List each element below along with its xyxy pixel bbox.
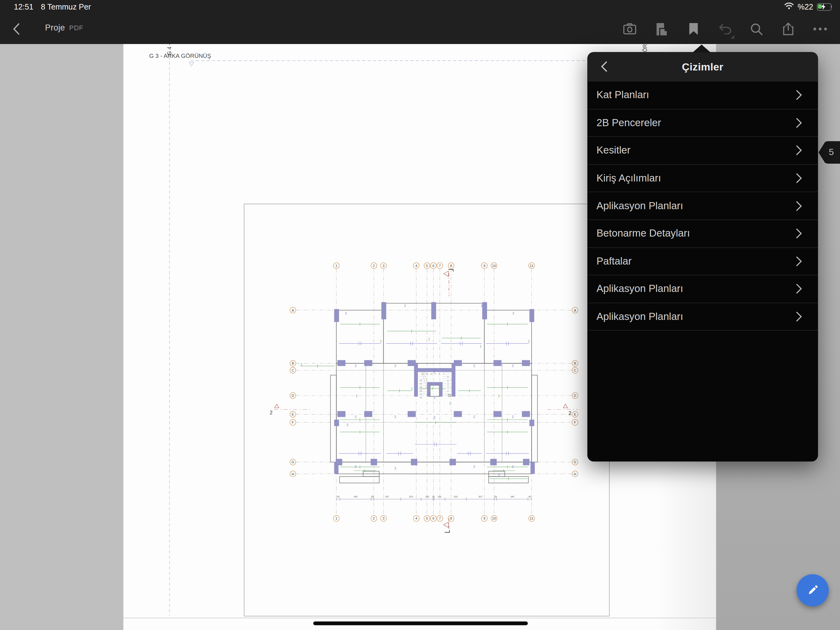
svg-text:2: 2 <box>481 304 483 308</box>
camera-button[interactable] <box>614 16 646 43</box>
pencil-icon <box>805 583 820 598</box>
svg-text:2: 2 <box>434 416 435 419</box>
search-button[interactable] <box>741 16 772 43</box>
svg-text:10: 10 <box>432 495 435 498</box>
drawings-panel: Çizimler Kat Planları2B PencerelerKesitl… <box>587 52 818 461</box>
svg-text:6: 6 <box>432 516 434 520</box>
svg-text:2: 2 <box>395 467 396 470</box>
svg-text:1: 1 <box>411 387 413 390</box>
svg-text:1: 1 <box>335 264 337 268</box>
svg-text:11: 11 <box>530 516 534 520</box>
svg-text:2: 2 <box>395 364 396 367</box>
svg-text:A: A <box>574 309 576 312</box>
panel-item-label: Betonarme Detayları <box>597 228 690 239</box>
panel-item[interactable]: 2B Pencereler <box>587 109 818 137</box>
panel-item-label: Aplikasyon Planları <box>597 283 683 295</box>
svg-text:7: 7 <box>439 516 441 520</box>
wifi-icon <box>784 2 794 11</box>
svg-text:4: 4 <box>415 516 417 520</box>
document-type-badge: PDF <box>69 24 83 32</box>
popover-arrow <box>692 44 711 52</box>
panel-item[interactable]: Aplikasyon Planları <box>587 192 818 220</box>
svg-text:8: 8 <box>439 373 440 375</box>
undo-button[interactable] <box>709 16 741 43</box>
svg-text:1: 1 <box>335 516 337 520</box>
svg-text:2: 2 <box>347 423 349 427</box>
share-button[interactable] <box>772 16 804 43</box>
panel-item-label: Aplikasyon Planları <box>597 311 683 322</box>
svg-text:1: 1 <box>498 394 500 398</box>
svg-text:6: 6 <box>447 376 448 378</box>
battery-icon <box>817 3 833 10</box>
svg-text:G 4 -: G 4 - <box>166 44 172 55</box>
svg-text:2: 2 <box>434 370 435 373</box>
svg-text:D: D <box>292 394 294 397</box>
panel-item[interactable]: Kat Planları <box>587 82 818 109</box>
svg-text:2: 2 <box>373 516 375 520</box>
chevron-right-icon <box>796 256 802 266</box>
toolbar: Proje PDF <box>0 14 840 44</box>
svg-text:3: 3 <box>447 386 448 388</box>
battery-percent: %22 <box>797 2 813 11</box>
svg-text:2: 2 <box>355 415 357 419</box>
svg-text:2: 2 <box>395 415 396 419</box>
panel-item[interactable]: Paftalar <box>587 248 818 275</box>
svg-text:8: 8 <box>450 516 452 520</box>
svg-text:25: 25 <box>371 495 374 498</box>
svg-text:2: 2 <box>404 304 406 308</box>
panel-item[interactable]: Kiriş Açılımları <box>587 165 818 192</box>
svg-text:4: 4 <box>415 264 417 268</box>
panel-header: Çizimler <box>587 52 818 82</box>
svg-text:1: 1 <box>449 402 451 405</box>
svg-text:C: C <box>292 369 294 372</box>
svg-text:2: 2 <box>373 264 375 268</box>
svg-text:2: 2 <box>301 363 303 367</box>
acrobat-app: 12:51 8 Temmuz Per %22 <box>0 0 840 630</box>
svg-text:5: 5 <box>426 264 428 268</box>
panel-item[interactable]: Kesitler <box>587 137 818 165</box>
back-button[interactable] <box>9 22 24 36</box>
chevron-right-icon <box>796 90 802 100</box>
svg-text:120: 120 <box>437 495 441 498</box>
panel-item-label: Paftalar <box>597 255 632 267</box>
more-options-button[interactable] <box>804 16 836 43</box>
svg-text:2: 2 <box>473 465 475 469</box>
svg-text:E: E <box>574 413 576 416</box>
panel-item-label: Aplikasyon Planları <box>597 200 683 212</box>
panel-item[interactable]: Betonarme Detayları <box>587 220 818 248</box>
svg-text:H: H <box>574 472 576 476</box>
svg-text:G 3 - ARKA GÖRÜNÜŞ: G 3 - ARKA GÖRÜNÜŞ <box>149 52 211 59</box>
svg-text:12: 12 <box>422 373 424 375</box>
status-time: 12:51 <box>14 3 33 11</box>
svg-text:7: 7 <box>443 373 444 375</box>
panel-item[interactable]: Aplikasyon Planları <box>587 303 818 331</box>
svg-text:10: 10 <box>492 516 496 520</box>
panel-item-label: Kesitler <box>597 144 631 156</box>
chevron-right-icon <box>796 312 802 322</box>
svg-text:2: 2 <box>498 474 500 477</box>
panel-item[interactable]: Aplikasyon Planları <box>587 275 818 303</box>
svg-text:223: 223 <box>409 495 413 498</box>
organize-pages-button[interactable] <box>646 16 677 43</box>
svg-text:11: 11 <box>426 373 428 375</box>
svg-text:16: 16 <box>419 390 422 392</box>
svg-text:1: 1 <box>356 394 358 398</box>
svg-text:3: 3 <box>382 264 384 268</box>
svg-text:B: B <box>292 361 294 365</box>
svg-text:11: 11 <box>530 264 534 268</box>
svg-text:5: 5 <box>426 516 428 520</box>
edit-fab[interactable] <box>797 574 829 606</box>
bookmark-button[interactable] <box>677 16 709 43</box>
svg-text:7: 7 <box>439 264 441 268</box>
svg-text:2: 2 <box>512 465 514 469</box>
svg-text:340: 340 <box>510 495 514 498</box>
svg-text:G: G <box>292 460 294 464</box>
svg-text:B: B <box>574 361 576 365</box>
home-indicator[interactable] <box>313 621 528 625</box>
undo-options-indicator <box>731 35 734 38</box>
svg-text:13: 13 <box>419 379 422 381</box>
svg-text:3: 3 <box>382 516 384 520</box>
svg-text:2: 2 <box>447 390 448 392</box>
svg-text:18: 18 <box>419 397 422 399</box>
svg-text:10: 10 <box>492 264 496 268</box>
